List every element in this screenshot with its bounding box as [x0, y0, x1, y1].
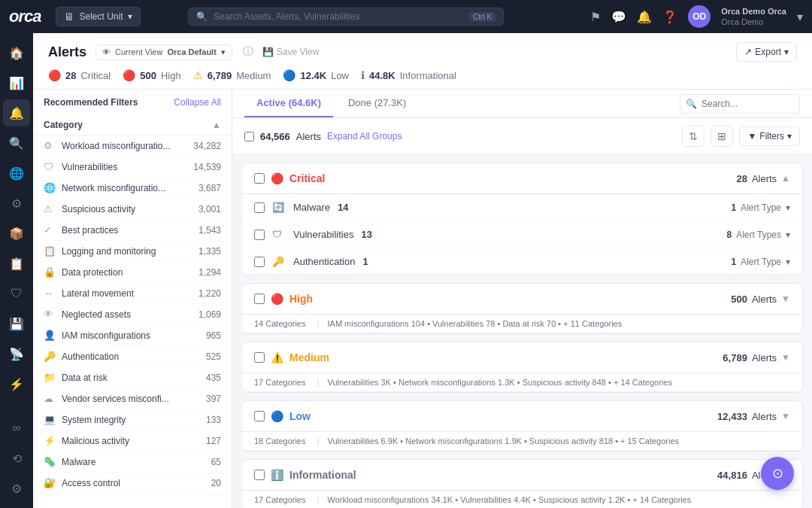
- group-checkbox[interactable]: [254, 411, 265, 421]
- sub-chevron-icon[interactable]: ▾: [786, 202, 790, 213]
- group-checkbox[interactable]: [254, 173, 265, 184]
- sidebar-item-activity[interactable]: ⚡: [3, 370, 30, 397]
- sidebar-item-infinity[interactable]: ∞: [3, 415, 30, 442]
- severity-critical[interactable]: 🔴 28 Critical: [48, 69, 111, 81]
- collapse-all-button[interactable]: Collapse All: [174, 97, 221, 108]
- group-severity-icon: 🔵: [271, 410, 283, 422]
- filters-button[interactable]: ▼ Filters ▾: [739, 126, 800, 146]
- bell-icon[interactable]: 🔔: [637, 10, 652, 24]
- sidebar-item-shuffle[interactable]: ⟲: [3, 445, 30, 472]
- sub-item-icon: 🔄: [272, 202, 286, 213]
- category-name: Lateral movement: [62, 288, 134, 299]
- select-unit-button[interactable]: 🖥 Select Unit ▾: [56, 7, 140, 26]
- sidebar-item-storage[interactable]: 💾: [3, 310, 30, 337]
- group-chevron-icon[interactable]: ▼: [781, 411, 790, 421]
- logo: orca: [9, 7, 41, 26]
- sub-item-right: 1 Alert Type ▾: [732, 257, 791, 267]
- save-view-button[interactable]: 💾 Save View: [262, 47, 319, 57]
- sort-icon[interactable]: ▲: [212, 120, 221, 130]
- category-item[interactable]: 👤 IAM misconfigurations 965: [33, 325, 232, 346]
- alerts-toolbar: 64,566 Alerts Expand All Groups ⇅ ⊞ ▼ Fi…: [232, 118, 812, 155]
- chevron-down-user-icon[interactable]: ▾: [797, 10, 803, 24]
- sidebar-item-gear[interactable]: ⚙: [3, 475, 30, 502]
- sub-item-checkbox[interactable]: [254, 230, 265, 240]
- group-header-informational[interactable]: ℹ️ Informational 44,816 Alerts ▼: [242, 460, 802, 491]
- category-item[interactable]: ↔ Lateral movement 1,220: [33, 283, 232, 304]
- category-item[interactable]: ✓ Best practices 1,543: [33, 220, 232, 241]
- severity-medium[interactable]: ⚠ 6,789 Medium: [193, 69, 271, 81]
- sub-item-checkbox[interactable]: [254, 202, 265, 213]
- severity-low[interactable]: 🔵 12.4K Low: [283, 69, 349, 81]
- sub-chevron-icon[interactable]: ▾: [786, 230, 790, 240]
- current-view-badge[interactable]: 👁 Current View Orca Default ▾: [95, 44, 232, 60]
- category-item[interactable]: 🌐 Network misconfiguratio... 3,687: [33, 178, 232, 199]
- sub-item-checkbox[interactable]: [254, 257, 265, 267]
- group-header-high[interactable]: 🔴 High 500 Alerts ▼: [242, 284, 802, 315]
- expand-all-groups-button[interactable]: Expand All Groups: [327, 131, 401, 141]
- category-count: 1,335: [198, 246, 221, 257]
- group-chevron-icon[interactable]: ▼: [781, 294, 790, 304]
- sub-chevron-icon[interactable]: ▾: [786, 257, 790, 267]
- sub-item-right: 8 Alert Types ▾: [727, 230, 791, 240]
- search-input[interactable]: [214, 11, 463, 22]
- category-name: System integrity: [62, 415, 126, 425]
- category-item[interactable]: ⚡ Malicious activity 127: [33, 430, 232, 452]
- sidebar-item-packages[interactable]: 📦: [3, 220, 30, 247]
- help-icon[interactable]: ❓: [662, 10, 677, 24]
- export-button[interactable]: ↗ Export ▾: [736, 42, 797, 62]
- sidebar-item-dashboard[interactable]: 📊: [3, 69, 30, 96]
- sidebar-item-alerts[interactable]: 🔔: [3, 99, 30, 126]
- chat-icon[interactable]: 💬: [611, 10, 626, 24]
- sub-item-count: 14: [338, 202, 348, 213]
- category-item[interactable]: ⚙ Workload misconfiguratio... 34,282: [33, 135, 232, 157]
- group-chevron-icon[interactable]: ▲: [781, 173, 790, 184]
- category-item[interactable]: 💻 System integrity 133: [33, 409, 232, 430]
- flag-icon[interactable]: ⚑: [590, 10, 601, 24]
- category-item[interactable]: 📁 Data at risk 435: [33, 367, 232, 388]
- high-icon: 🔴: [123, 69, 135, 81]
- sidebar-item-shield[interactable]: 🛡: [3, 280, 30, 307]
- alerts-search-input[interactable]: [680, 94, 800, 114]
- tab-bar: Active (64.6K) Done (27.3K) 🔍: [232, 90, 812, 118]
- group-severity-label: High: [289, 293, 313, 305]
- category-item[interactable]: 🔐 Access control 20: [33, 473, 232, 494]
- sub-item-count: 1: [362, 256, 368, 267]
- group-header-low[interactable]: 🔵 Low 12,433 Alerts ▼: [242, 401, 802, 432]
- category-icon: ⚡: [44, 435, 56, 446]
- category-item[interactable]: 🔑 Authentication 525: [33, 346, 232, 367]
- category-item[interactable]: 🔒 Data protection 1,294: [33, 262, 232, 283]
- high-count: 500: [140, 70, 156, 81]
- group-chevron-icon[interactable]: ▼: [781, 352, 790, 363]
- category-item[interactable]: 🦠 Malware 65: [33, 452, 232, 473]
- info-icon[interactable]: ⓘ: [243, 45, 253, 59]
- category-item[interactable]: 🛡 Vulnerabilities 14,539: [33, 157, 232, 178]
- group-header-medium[interactable]: ⚠️ Medium 6,789 Alerts ▼: [242, 342, 802, 373]
- group-checkbox[interactable]: [254, 294, 265, 304]
- category-item[interactable]: ☁ Vendor services misconfi... 397: [33, 388, 232, 409]
- sidebar-item-network[interactable]: 🌐: [3, 160, 30, 187]
- group-checkbox[interactable]: [254, 352, 265, 363]
- global-search[interactable]: 🔍 Ctrl K: [188, 8, 504, 26]
- sort-button[interactable]: ⇅: [682, 126, 704, 147]
- sidebar-item-search[interactable]: 🔍: [3, 129, 30, 157]
- grid-view-button[interactable]: ⊞: [710, 126, 733, 147]
- select-all-checkbox[interactable]: [244, 132, 254, 141]
- category-item[interactable]: ⚠ Suspicious activity 3,001: [33, 199, 232, 220]
- category-item[interactable]: 📋 Logging and monitoring 1,335: [33, 241, 232, 262]
- tab-active[interactable]: Active (64.6K): [244, 90, 333, 117]
- sidebar-item-home[interactable]: 🏠: [3, 39, 30, 66]
- help-fab[interactable]: ⊙: [761, 457, 794, 490]
- severity-informational[interactable]: ℹ 44.8K Informational: [361, 69, 456, 81]
- category-item[interactable]: 👁 Neglected assets 1,069: [33, 304, 232, 325]
- chevron-down-view-icon: ▾: [221, 47, 226, 57]
- category-name: Vendor services misconfi...: [62, 394, 169, 404]
- severity-high[interactable]: 🔴 500 High: [123, 69, 180, 81]
- alert-group-medium: ⚠️ Medium 6,789 Alerts ▼ 17 Categories |…: [241, 342, 803, 393]
- group-checkbox[interactable]: [254, 470, 265, 480]
- tab-done[interactable]: Done (27.3K): [336, 90, 418, 117]
- sidebar-item-reports[interactable]: 📋: [3, 250, 30, 277]
- group-header-critical[interactable]: 🔴 Critical 28 Alerts ▲: [242, 163, 802, 194]
- sidebar-item-compliance[interactable]: 📡: [3, 340, 30, 367]
- sidebar-item-settings[interactable]: ⚙: [3, 190, 30, 217]
- avatar[interactable]: OD: [688, 5, 710, 28]
